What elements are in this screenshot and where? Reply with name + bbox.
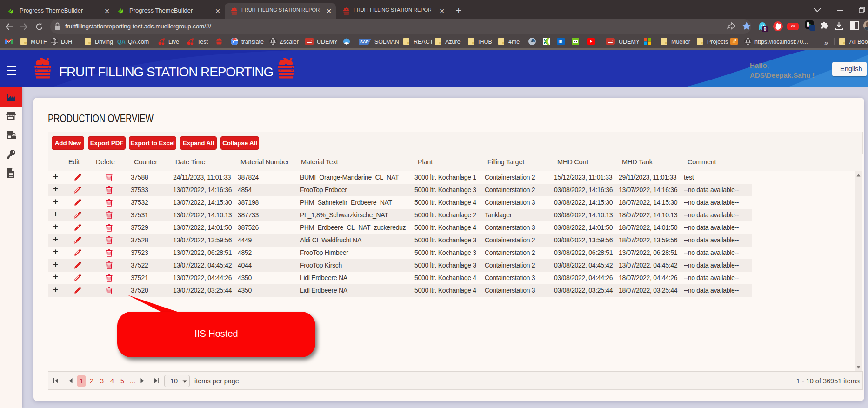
svg-text:SAP: SAP <box>360 40 369 44</box>
svg-text:in: in <box>558 39 562 44</box>
svg-text:QA: QA <box>117 39 126 45</box>
